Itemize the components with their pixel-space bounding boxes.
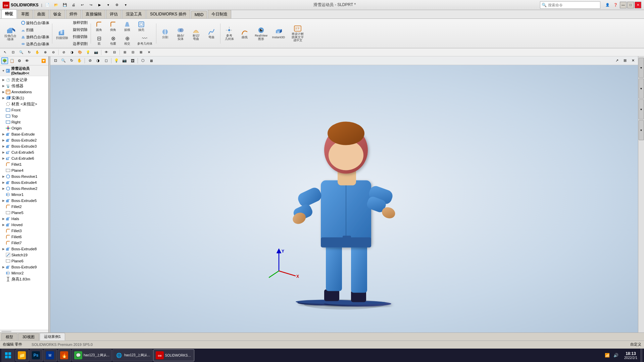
tree-item-front[interactable]: ▶ Front — [0, 107, 48, 113]
btn-chamfer[interactable]: 倒角 — [106, 20, 120, 33]
vp-btn-rotate[interactable]: ↻ — [68, 57, 75, 64]
tree-item-plane6[interactable]: ▶ Plane6 — [0, 258, 48, 264]
btn-intersect[interactable]: ⊕ 相交 — [120, 34, 134, 47]
tree-item-fillet2[interactable]: ▶ Fillet2 — [0, 204, 48, 210]
sec-zoom-in-btn[interactable]: ⊕ — [42, 49, 49, 56]
btn-extrude-boss[interactable]: 拉伸凸台/基体 — [2, 19, 19, 47]
tree-item-boss-extrude4[interactable]: ▶ Boss-Extrude4 — [0, 179, 48, 186]
tab-weldment[interactable]: 焊件 — [66, 10, 81, 18]
btn-combine[interactable]: 融合/实体 — [173, 20, 188, 47]
sec-section-view-btn[interactable]: ⊘ — [60, 49, 67, 56]
btn-sweep[interactable]: 扫描 — [19, 27, 51, 33]
tree-item-annotations[interactable]: ▶ Annotations — [0, 89, 48, 95]
tab-direct-edit[interactable]: 直接编辑 — [82, 10, 105, 18]
tab-render[interactable]: 渲染工具 — [122, 10, 146, 18]
tree-item-height[interactable]: ▶ 身高1.83m — [0, 276, 48, 282]
tree-item-material[interactable]: ▶ 材质 <未指定> — [0, 101, 48, 107]
btn-revolve[interactable]: 旋转凸台/基体 — [19, 19, 51, 26]
panel-icon-properties[interactable]: 📋 — [9, 57, 15, 64]
tree-item-mirror1[interactable]: ▶ Mirror1 — [0, 192, 48, 198]
tree-item-plane5[interactable]: ▶ Plane5 — [0, 210, 48, 216]
quick-access-options[interactable]: ▾ — [105, 2, 112, 8]
right-panel-btn4[interactable]: ▼ — [639, 120, 644, 140]
tree-item-boss-extrude3[interactable]: ▶ Boss-Extrude3 — [0, 143, 48, 149]
show-desktop-button[interactable] — [641, 349, 643, 362]
sec-zoom-out-btn[interactable]: ⊖ — [50, 49, 57, 56]
tree-item-top[interactable]: ▶ Top — [0, 113, 48, 119]
scroll-thumb[interactable] — [1, 331, 11, 332]
quick-access-more[interactable]: ▾ — [122, 2, 130, 8]
btn-draft[interactable]: 拔模 — [120, 20, 134, 33]
taskbar-app-solidworks[interactable]: SW SOLIDWORKS P... — [153, 349, 194, 361]
quick-access-redo[interactable]: ↪ — [87, 2, 95, 8]
tree-item-base-extrude[interactable]: ▶ Base-Extrude — [0, 131, 48, 137]
tab-3dview[interactable]: 3D视图 — [18, 333, 39, 341]
btn-loft-cut[interactable]: 扫描切除 — [71, 34, 89, 40]
sec-appearance-btn[interactable]: 🎨 — [76, 49, 84, 56]
tree-item-fillet7[interactable]: ▶ Fillet7 — [0, 240, 48, 246]
vp-btn-screen[interactable]: 🖥 — [147, 57, 155, 64]
sec-cameras-btn[interactable]: 📷 — [92, 49, 100, 56]
maximize-button[interactable]: □ — [627, 2, 634, 8]
panel-icon-config[interactable]: ⚙ — [16, 57, 23, 64]
panel-icon-display[interactable]: 👁 — [23, 57, 30, 64]
quick-access-settings[interactable]: ⚙ — [113, 2, 121, 8]
sec-zoom-fit-btn[interactable]: ⊡ — [9, 49, 17, 56]
btn-shell[interactable]: 抽壳 — [135, 20, 148, 33]
btn-deform[interactable]: 〰 参考几何体 — [135, 34, 155, 47]
taskbar-app-wechat[interactable]: 💬 hao123_上网从... — [72, 349, 112, 361]
taskbar-app-explorer[interactable]: 📁 — [15, 349, 29, 361]
vp-btn-light[interactable]: 💡 — [113, 57, 120, 64]
tab-evaluate[interactable]: 评估 — [106, 10, 121, 18]
btn-fillet[interactable]: 圆角 — [92, 20, 106, 33]
btn-flex[interactable]: 弯曲 — [204, 20, 219, 47]
vp-btn-display1[interactable]: ◑ — [94, 57, 102, 64]
minimize-button[interactable]: — — [620, 2, 627, 8]
btn-extrude-cut[interactable]: 扫描切除 — [54, 20, 70, 47]
tree-item-boss-revolve2[interactable]: ▶ Boss-Revolve2 — [0, 186, 48, 192]
panel-icon-feature-tree[interactable]: 🌳 — [1, 57, 8, 64]
tab-addins[interactable]: SOLIDWORKS 插件 — [146, 10, 190, 18]
tree-item-mirror2[interactable]: ▶ Mirror2 — [0, 270, 48, 276]
btn-boundary-cut[interactable]: 边界切割 — [71, 41, 89, 47]
sec-select-btn[interactable]: ↖ — [1, 49, 9, 56]
taskbar-app-ps[interactable]: Ps — [30, 349, 43, 361]
vp-btn-camera[interactable]: 📷 — [121, 57, 128, 64]
tree-item-boss-extrude8[interactable]: ▶ Boss-Extrude8 — [0, 246, 48, 252]
tree-item-plane4[interactable]: ▶ Plane4 — [0, 167, 48, 173]
quick-access-print[interactable]: 🖨 — [70, 2, 77, 8]
right-panel-btn3[interactable]: ▼ — [639, 99, 644, 119]
quick-access-undo[interactable]: ↩ — [79, 2, 86, 8]
tab-mbd[interactable]: MBD — [191, 11, 207, 18]
tab-manufacture[interactable]: 今日制造 — [208, 10, 231, 18]
btn-sweep-cut[interactable]: 放样切割 — [71, 19, 89, 26]
btn-split[interactable]: 分割 — [158, 20, 172, 47]
vp-btn-pan[interactable]: ✋ — [76, 57, 83, 64]
tab-sketch[interactable]: 草图 — [17, 10, 33, 18]
tree-item-boss-extrude5[interactable]: ▶ Boss-Extrude5 — [0, 198, 48, 204]
quick-access-save[interactable]: 💾 — [61, 2, 68, 8]
btn-design-tree-localize[interactable]: 文字 将设计树因果文字成中文 — [288, 20, 308, 47]
btn-loft[interactable]: 放样凸台/基体 — [19, 34, 51, 40]
quick-access-select[interactable]: ▶ — [96, 2, 103, 8]
sec-window-mode-btn[interactable]: ⊞ — [121, 49, 129, 56]
sec-display-pane-btn[interactable]: ⊟ — [111, 49, 118, 56]
vp-btn-close-view[interactable]: ✕ — [629, 57, 637, 64]
tree-item-cut-extrude6[interactable]: ▶ Cut-Extrude6 — [0, 155, 48, 161]
btn-rib[interactable]: ⊟ 筋 — [92, 34, 106, 47]
quick-access-new[interactable]: 📄 — [44, 2, 51, 8]
tree-item-solid[interactable]: ▶ 实体(1) — [0, 95, 48, 101]
tray-icon-network[interactable]: 📶 — [603, 352, 611, 359]
tab-surface[interactable]: 曲面 — [34, 10, 49, 18]
vp-btn-scene[interactable]: 🖼 — [129, 57, 136, 64]
vp-btn-perspective[interactable]: ⬡ — [139, 57, 147, 64]
vp-btn-zoom-in[interactable]: 🔍 — [60, 57, 67, 64]
tab-motion[interactable]: 运动算例1 — [40, 333, 65, 341]
sec-zoom-area-btn[interactable]: 🔍 — [17, 49, 25, 56]
panel-filter-btn[interactable]: 🔽 — [40, 57, 47, 64]
tree-item-history[interactable]: ▶ 🕐 历史记录 — [0, 77, 48, 83]
quick-access-open[interactable]: 📂 — [52, 2, 60, 8]
search-input[interactable] — [548, 3, 595, 7]
taskbar-app-blue[interactable]: M — [44, 349, 57, 361]
tree-item-origin[interactable]: ▶ Origin — [0, 125, 48, 131]
